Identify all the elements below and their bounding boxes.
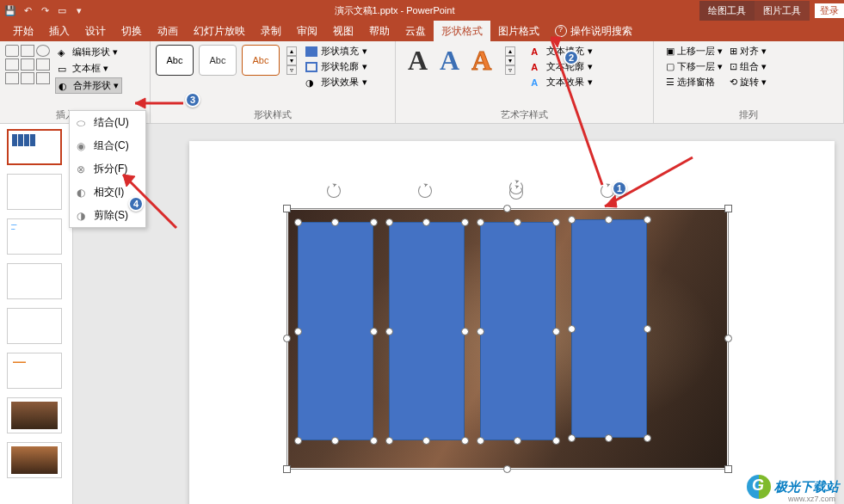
merge-fragment-item[interactable]: ⊗拆分(F) (70, 157, 145, 181)
resize-handle[interactable] (461, 437, 469, 445)
tab-animation[interactable]: 动画 (150, 21, 186, 41)
resize-handle[interactable] (331, 218, 339, 226)
resize-handle[interactable] (503, 205, 511, 212)
resize-handle[interactable] (422, 218, 430, 226)
resize-handle[interactable] (294, 218, 302, 226)
resize-handle[interactable] (294, 328, 302, 335)
tell-me-search[interactable]: 操作说明搜索 (547, 21, 640, 41)
send-backward-button[interactable]: ▢下移一层 ▾ (666, 60, 723, 73)
resize-handle[interactable] (422, 437, 430, 445)
align-button[interactable]: ⊞对齐 ▾ (730, 45, 767, 58)
resize-handle[interactable] (385, 328, 393, 335)
group-button[interactable]: ⊡组合 ▾ (730, 60, 767, 73)
wordart-gallery[interactable]: A A A ▴▾▿ (401, 45, 522, 77)
slide-canvas-area[interactable] (73, 124, 844, 504)
resize-handle[interactable] (385, 437, 393, 445)
wordart-style-item[interactable]: A (471, 45, 491, 77)
selection-pane-button[interactable]: ☰选择窗格 (666, 76, 723, 89)
resize-handle[interactable] (552, 437, 560, 445)
tab-picture-format[interactable]: 图片格式 (490, 21, 547, 41)
merge-union-item[interactable]: ⬭结合(U) (70, 111, 145, 134)
slide-thumbnail[interactable] (7, 397, 62, 433)
tab-cloud[interactable]: 云盘 (397, 21, 434, 41)
resize-handle[interactable] (370, 437, 378, 445)
rotation-handle-icon[interactable] (327, 184, 341, 198)
resize-handle[interactable] (644, 325, 651, 333)
rotation-handle-icon[interactable] (418, 184, 432, 198)
shape-style-item[interactable]: Abc (156, 45, 194, 76)
slideshow-icon[interactable]: ▭ (55, 3, 69, 17)
shape-style-gallery[interactable]: Abc Abc Abc ▴▾▿ (156, 45, 297, 76)
slide-thumbnail[interactable] (7, 129, 62, 165)
slide-thumbnail[interactable]: ━━━━━ (7, 218, 62, 255)
tab-shape-format[interactable]: 形状格式 (434, 21, 490, 41)
resize-handle[interactable] (385, 218, 393, 226)
resize-handle[interactable] (283, 465, 291, 473)
resize-handle[interactable] (283, 205, 291, 212)
qat-more-icon[interactable]: ▾ (72, 3, 86, 17)
resize-handle[interactable] (331, 437, 339, 445)
tab-start[interactable]: 开始 (5, 21, 41, 41)
tab-transition[interactable]: 切换 (114, 21, 150, 41)
resize-handle[interactable] (724, 465, 732, 473)
slide-thumbnail[interactable] (7, 263, 62, 299)
wordart-style-item[interactable]: A (408, 45, 428, 77)
resize-handle[interactable] (477, 328, 484, 335)
resize-handle[interactable] (644, 216, 651, 224)
slide-thumbnail[interactable] (7, 308, 62, 344)
shape-style-item[interactable]: Abc (242, 45, 280, 76)
slide[interactable] (189, 141, 835, 504)
merge-shapes-button[interactable]: ◐合并形状 ▾ (55, 77, 122, 94)
resize-handle[interactable] (477, 218, 484, 226)
shape-fill-button[interactable]: 形状填充 ▾ (305, 45, 367, 58)
redo-icon[interactable]: ↷ (38, 3, 52, 17)
resize-handle[interactable] (294, 437, 302, 445)
edit-shape-button[interactable]: ◈编辑形状 ▾ (55, 45, 122, 59)
resize-handle[interactable] (370, 218, 378, 226)
resize-handle[interactable] (461, 218, 469, 226)
resize-handle[interactable] (568, 434, 576, 442)
tab-review[interactable]: 审阅 (289, 21, 325, 41)
tab-record[interactable]: 录制 (253, 21, 289, 41)
resize-handle[interactable] (514, 437, 521, 445)
text-fill-button[interactable]: A文本填充 ▾ (531, 45, 593, 58)
slide-thumbnail[interactable] (7, 174, 62, 210)
slide-thumbnail[interactable] (7, 442, 62, 478)
resize-handle[interactable] (568, 325, 576, 333)
shape-style-item[interactable]: Abc (199, 45, 237, 76)
shape-outline-button[interactable]: 形状轮廓 ▾ (305, 60, 367, 73)
rotate-button[interactable]: ⟲旋转 ▾ (730, 76, 767, 89)
resize-handle[interactable] (568, 216, 576, 224)
save-icon[interactable]: 💾 (3, 3, 17, 17)
wordart-style-item[interactable]: A (440, 45, 459, 77)
resize-handle[interactable] (724, 335, 732, 342)
resize-handle[interactable] (552, 328, 560, 335)
resize-handle[interactable] (477, 437, 484, 445)
shape-gallery-mini[interactable] (5, 45, 50, 84)
tab-insert[interactable]: 插入 (41, 21, 77, 41)
gallery-more-button[interactable]: ▴▾▿ (286, 46, 297, 75)
text-effects-button[interactable]: A文本效果 ▾ (531, 76, 593, 89)
resize-handle[interactable] (514, 218, 521, 226)
resize-handle[interactable] (724, 205, 732, 212)
tab-view[interactable]: 视图 (325, 21, 361, 41)
merge-combine-item[interactable]: ◉组合(C) (70, 134, 145, 157)
tab-slideshow[interactable]: 幻灯片放映 (186, 21, 253, 41)
resize-handle[interactable] (605, 434, 613, 442)
bring-forward-button[interactable]: ▣上移一层 ▾ (666, 45, 723, 58)
tab-help[interactable]: 帮助 (361, 21, 397, 41)
resize-handle[interactable] (644, 434, 651, 442)
rotation-handle-icon[interactable] (509, 186, 523, 200)
resize-handle[interactable] (370, 328, 378, 335)
undo-icon[interactable]: ↶ (21, 3, 34, 17)
resize-handle[interactable] (503, 465, 511, 473)
text-box-button[interactable]: ▭文本框 ▾ (55, 61, 122, 76)
resize-handle[interactable] (605, 216, 613, 224)
shape-effects-button[interactable]: ◑形状效果 ▾ (305, 76, 367, 89)
resize-handle[interactable] (552, 218, 560, 226)
tab-design[interactable]: 设计 (77, 21, 114, 41)
resize-handle[interactable] (461, 328, 469, 335)
gallery-more-button[interactable]: ▴▾▿ (505, 46, 515, 75)
text-outline-button[interactable]: A文本轮廓 ▾ (531, 60, 593, 73)
login-button[interactable]: 登录 (815, 3, 844, 18)
